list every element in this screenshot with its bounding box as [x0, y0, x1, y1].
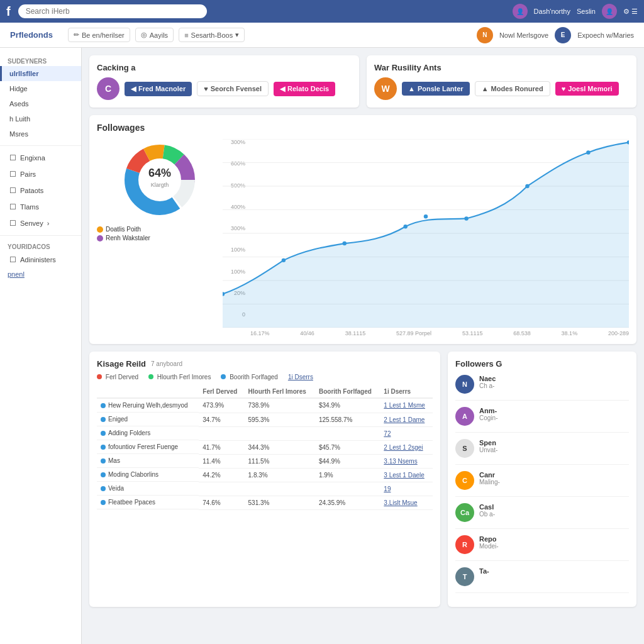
table-row: Mas 11.4% 111.5% $44.9% 3.13 Nsems: [97, 454, 433, 468]
row-link[interactable]: 2 Lest 1 2sgei: [380, 440, 433, 454]
follower-sub: Maling-: [479, 479, 629, 486]
row-name: Fleatbee Ppaces: [108, 499, 155, 506]
follower-name: Anm-: [479, 407, 629, 414]
chart-fill-area: [223, 142, 629, 328]
col4-header: 1i Dserrs: [380, 386, 433, 398]
row-link[interactable]: 19: [380, 482, 433, 496]
sidebar-engixna-label: Engixna: [20, 154, 45, 162]
row-link[interactable]: 2 Lest 1 Dame: [380, 413, 433, 426]
aayils-button[interactable]: ◎ Aayils: [135, 28, 174, 42]
line-svg-wrapper: [223, 139, 629, 328]
row-link[interactable]: 1 Lest 1 Msme: [380, 398, 433, 413]
sidebar-aseds-label: Aseds: [9, 100, 29, 108]
fb-user-avatar[interactable]: 👤: [602, 4, 617, 19]
fb-logo-icon: f: [6, 4, 11, 19]
chart-x-axis: 16.17% 40/46 38.1115 527.89 Porpel 53.11…: [250, 330, 629, 336]
card-left-btn2[interactable]: ♥ Seorch Fvensel: [197, 81, 269, 96]
be-en-button[interactable]: ✏ Be en/herilser: [68, 28, 130, 42]
row-col3: [315, 482, 380, 496]
row-name: Veida: [108, 485, 124, 492]
row-name-cell: Adding Folders: [97, 426, 199, 440]
sidebar-item-engixna[interactable]: ☐ Engixna: [0, 150, 81, 166]
row-col1: [199, 426, 244, 440]
sesarth-boos-label: Sesarth-Boos: [191, 31, 233, 39]
sidebar-item-hluith[interactable]: h Luith: [0, 111, 81, 126]
follower-avatar: S: [455, 439, 474, 458]
arrow-icon: ◀: [280, 85, 285, 93]
fb-session-label: Seslin: [577, 8, 596, 15]
sidebar-item-adininistrs[interactable]: ☐ Adininisters: [0, 252, 81, 268]
row-dot: [101, 458, 106, 464]
sidebar-item-senvey[interactable]: ☐ Senvey ›: [0, 215, 81, 231]
card-right-btn1[interactable]: ▲ Ponsle Lanter: [402, 82, 470, 96]
sidebar-item-active[interactable]: ulrllsfller: [0, 66, 81, 81]
x-label-5: 68.538: [513, 330, 531, 336]
followages-card: Followages: [89, 115, 636, 344]
x-label-3: 527.89 Porpel: [396, 330, 431, 336]
row-col3: $45.7%: [315, 440, 380, 454]
row-link[interactable]: 3.Lislt Msue: [380, 496, 433, 509]
sidebar-item-aseds[interactable]: Aseds: [0, 96, 81, 111]
col2-header: Hlourth Ferl Imores: [245, 386, 315, 398]
follower-name: Casl: [479, 503, 629, 511]
card-right-btn3-label: Joesl Memori: [568, 85, 612, 92]
row-col2: 531.3%: [245, 496, 315, 509]
follower-info: Anm- Cogin-: [479, 407, 629, 421]
row-col2: 738.9%: [245, 398, 315, 413]
fb-notification-avatar[interactable]: 👤: [513, 4, 528, 19]
col1-header: Ferl Derved: [199, 386, 244, 398]
sidebar-item-pataots[interactable]: ☐ Pataots: [0, 182, 81, 199]
row-dot: [101, 486, 106, 491]
row-col2: 111.5%: [245, 454, 315, 468]
follower-info: Repo Modei-: [479, 535, 629, 550]
x-label-4: 53.1115: [462, 330, 483, 336]
sidebar-item-tlams[interactable]: ☐ Tlams: [0, 199, 81, 215]
sidebar-section2-title: yourIDacos: [0, 240, 81, 252]
row-name: Adding Folders: [108, 430, 150, 436]
sidebar-link[interactable]: pnenl: [0, 268, 81, 280]
main-content: Cacking a C ◀ Fred Macnoler ♥ Seorch Fve…: [82, 48, 644, 644]
table-card-title: Kisage Reild 7 anyboard: [97, 359, 433, 369]
card-left-btn1[interactable]: ◀ Fred Macnoler: [125, 82, 192, 96]
up-icon2: ▲: [482, 85, 489, 92]
donut-container: 64% Klargth: [97, 139, 223, 221]
follower-info: Ta-: [479, 567, 629, 575]
menu-icon: ≡: [184, 31, 188, 39]
fb-search-input[interactable]: [18, 4, 207, 18]
row-link[interactable]: 3 Lest 1 Daele: [380, 468, 433, 482]
sesarth-boos-button[interactable]: ≡ Sesarth-Boos ▾: [179, 28, 245, 42]
line-chart-area: 300% 600% 500% 400% 300% 100% 100% 20% 0: [223, 139, 629, 336]
app-header-right: N Nowl Merlsgove E Expoech w/Maries: [477, 27, 634, 43]
follower-sub: Cogin-: [479, 414, 629, 421]
legend-dot-1: [97, 226, 103, 233]
header-avatar2: E: [555, 27, 571, 43]
row-link[interactable]: 3.13 Nsems: [380, 454, 433, 468]
x-label-2: 38.1115: [345, 330, 366, 336]
card-left-btn3[interactable]: ◀ Relato Decis: [274, 82, 335, 96]
row-col3: 1.9%: [315, 468, 380, 482]
sidebar-item-pairs[interactable]: ☐ Pairs: [0, 166, 81, 182]
sidebar-divider2: [0, 235, 81, 236]
row-name-cell: Hew Reruing Welh,desmyod: [97, 399, 199, 413]
donut-svg: 64% Klargth: [119, 139, 201, 221]
col3-header: Boorith Forlfaged: [315, 386, 380, 398]
followages-title: Followages: [97, 123, 629, 133]
data-point-5: [464, 216, 468, 220]
data-point-4: [424, 214, 428, 218]
sidebar-item-msres[interactable]: Msres: [0, 126, 81, 142]
sidebar-item-hidge[interactable]: Hidge: [0, 81, 81, 96]
table-link[interactable]: 1i Dserrs: [288, 374, 313, 380]
row-col2: 595.3%: [245, 413, 315, 426]
donut-label: Klargth: [151, 182, 169, 188]
row-name-cell: fofountiov Ferest Fuenge: [97, 440, 199, 454]
card-right-btn3[interactable]: ♥ Joesl Memori: [555, 82, 619, 96]
sidebar-senvey-label: Senvey: [20, 219, 43, 227]
card-left-profile: C ◀ Fred Macnoler ♥ Seorch Fvensel ◀ Rel…: [97, 77, 352, 100]
sidebar-pataots-label: Pataots: [20, 187, 43, 194]
follower-item: S Spen Unvat-: [455, 439, 629, 465]
row-link[interactable]: 72: [380, 426, 433, 440]
card-right-avatar: W: [374, 77, 397, 100]
row-dot: [101, 403, 106, 408]
row-name: Hew Reruing Welh,desmyod: [108, 402, 188, 409]
card-right-btn2[interactable]: ▲ Modes Ronured: [475, 81, 550, 96]
